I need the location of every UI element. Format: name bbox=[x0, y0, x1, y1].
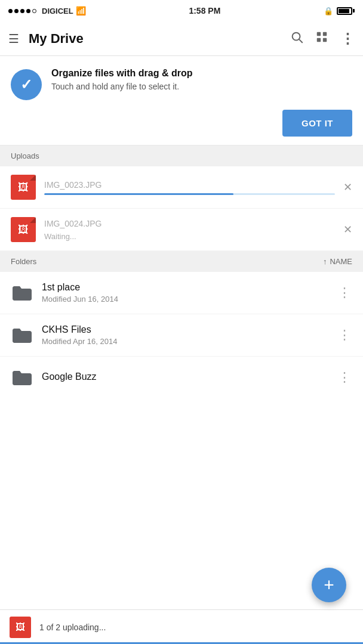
battery-tip bbox=[353, 9, 355, 13]
uploads-label: Uploads bbox=[11, 151, 39, 160]
toolbar: ☰ My Drive ⋮ bbox=[0, 21, 363, 56]
dot-5 bbox=[32, 9, 36, 13]
fab-add-button[interactable]: + bbox=[312, 568, 346, 602]
folder-modified-ckhs: Modified Apr 16, 2014 bbox=[42, 337, 330, 346]
upload-status-0024: Waiting... bbox=[44, 232, 335, 241]
upload-item-2: 🖼 IMG_0024.JPG Waiting... ✕ bbox=[0, 209, 363, 251]
file-icon-img0023: 🖼 bbox=[11, 175, 36, 200]
dot-4 bbox=[26, 9, 30, 13]
folder-icon-1st-place bbox=[11, 281, 33, 304]
folder-item-google-buzz[interactable]: Google Buzz ⋮ bbox=[0, 357, 363, 398]
menu-icon[interactable]: ☰ bbox=[8, 32, 19, 46]
dot-1 bbox=[8, 9, 13, 13]
folder-more-icon-google-buzz[interactable]: ⋮ bbox=[338, 370, 352, 385]
folders-section-header: Folders ↑ NAME bbox=[0, 251, 363, 272]
svg-rect-3 bbox=[323, 32, 327, 36]
banner-button-row: GOT IT bbox=[11, 110, 352, 137]
svg-rect-2 bbox=[317, 32, 321, 36]
file-fold-2 bbox=[30, 217, 36, 223]
sort-label: NAME bbox=[330, 257, 352, 266]
dot-3 bbox=[20, 9, 24, 13]
cancel-upload-0023[interactable]: ✕ bbox=[343, 181, 352, 194]
upload-info-0024: IMG_0024.JPG Waiting... bbox=[44, 219, 335, 241]
progress-bar-bg-0023 bbox=[44, 193, 335, 195]
banner-subtitle: Touch and hold any file to select it. bbox=[51, 82, 352, 91]
uploads-section-header: Uploads bbox=[0, 145, 363, 166]
folder-icon-ckhs bbox=[11, 324, 33, 346]
svg-rect-4 bbox=[317, 38, 321, 42]
cancel-upload-0024[interactable]: ✕ bbox=[343, 223, 352, 236]
file-icon-img0024: 🖼 bbox=[11, 217, 36, 242]
folder-name-ckhs: CKHS Files bbox=[42, 324, 330, 335]
bottom-upload-bar: 🖼 1 of 2 uploading... bbox=[0, 609, 363, 644]
carrier-label: DIGICEL bbox=[42, 7, 73, 16]
folder-item-1st-place[interactable]: 1st place Modified Jun 16, 2014 ⋮ bbox=[0, 272, 363, 314]
folder-more-icon-1st-place[interactable]: ⋮ bbox=[338, 285, 352, 301]
svg-rect-5 bbox=[323, 38, 327, 42]
banner-text: Organize files with drag & drop Touch an… bbox=[51, 68, 352, 91]
fab-plus-icon: + bbox=[324, 576, 334, 594]
folder-more-icon-ckhs[interactable]: ⋮ bbox=[338, 327, 352, 343]
battery-fill bbox=[339, 9, 349, 13]
page-title: My Drive bbox=[29, 31, 290, 47]
folder-info-google-buzz: Google Buzz bbox=[42, 371, 330, 384]
image-icon-2: 🖼 bbox=[18, 224, 29, 236]
more-options-icon[interactable]: ⋮ bbox=[340, 30, 355, 47]
folder-name-google-buzz: Google Buzz bbox=[42, 371, 330, 382]
banner-title: Organize files with drag & drop bbox=[51, 68, 352, 79]
upload-item: 🖼 IMG_0023.JPG ✕ bbox=[0, 166, 363, 209]
progress-bar-fill-0023 bbox=[44, 193, 233, 195]
upload-filename-0023: IMG_0023.JPG bbox=[44, 180, 335, 190]
battery-icon bbox=[337, 7, 355, 15]
svg-line-1 bbox=[299, 39, 302, 42]
banner-top: ✓ Organize files with drag & drop Touch … bbox=[11, 68, 352, 100]
folder-modified-1st-place: Modified Jun 16, 2014 bbox=[42, 295, 330, 304]
battery-body bbox=[337, 7, 352, 15]
folders-label: Folders bbox=[11, 257, 36, 266]
dot-2 bbox=[14, 9, 19, 13]
toolbar-actions: ⋮ bbox=[290, 30, 355, 47]
checkmark-icon: ✓ bbox=[20, 76, 32, 93]
wifi-icon: 📶 bbox=[76, 6, 86, 16]
status-left: DIGICEL 📶 bbox=[8, 6, 86, 16]
got-it-button[interactable]: GOT IT bbox=[282, 110, 352, 137]
file-fold bbox=[30, 175, 36, 181]
banner-check-circle: ✓ bbox=[11, 69, 42, 100]
folder-info-ckhs: CKHS Files Modified Apr 16, 2014 bbox=[42, 324, 330, 346]
folder-item-ckhs[interactable]: CKHS Files Modified Apr 16, 2014 ⋮ bbox=[0, 314, 363, 357]
upload-filename-0024: IMG_0024.JPG bbox=[44, 219, 335, 228]
bottom-file-icon: 🖼 bbox=[10, 617, 31, 638]
image-icon: 🖼 bbox=[18, 181, 29, 194]
status-time: 1:58 PM bbox=[189, 6, 220, 16]
upload-status-text: 1 of 2 uploading... bbox=[39, 623, 106, 632]
search-icon[interactable] bbox=[290, 30, 303, 47]
status-right: 🔒 bbox=[324, 7, 355, 16]
status-bar: DIGICEL 📶 1:58 PM 🔒 bbox=[0, 0, 363, 21]
sort-arrow-icon: ↑ bbox=[323, 257, 327, 266]
signal-dots bbox=[8, 9, 36, 13]
grid-view-icon[interactable] bbox=[315, 30, 328, 47]
drag-drop-banner: ✓ Organize files with drag & drop Touch … bbox=[0, 56, 363, 145]
bottom-image-icon: 🖼 bbox=[16, 622, 25, 633]
folder-icon-google-buzz bbox=[11, 366, 33, 389]
lock-icon: 🔒 bbox=[324, 7, 333, 16]
sort-controls[interactable]: ↑ NAME bbox=[323, 257, 352, 266]
upload-info-0023: IMG_0023.JPG bbox=[44, 180, 335, 195]
folder-info-1st-place: 1st place Modified Jun 16, 2014 bbox=[42, 282, 330, 304]
folder-name-1st-place: 1st place bbox=[42, 282, 330, 293]
